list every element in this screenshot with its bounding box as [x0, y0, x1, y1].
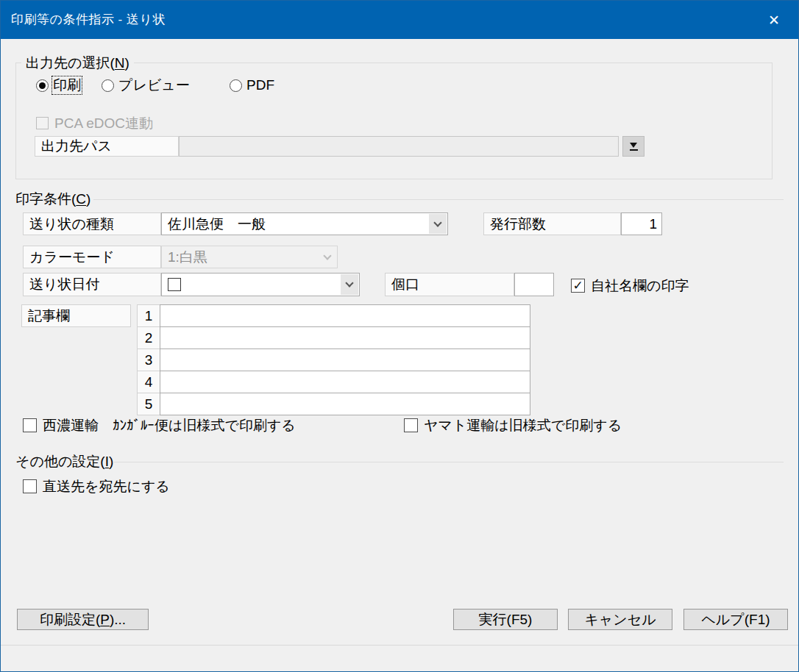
edoc-checkbox: PCA eDOC連動	[36, 115, 153, 132]
close-icon: ✕	[768, 13, 780, 27]
package-count-input[interactable]	[514, 273, 554, 296]
copies-label: 発行部数	[483, 212, 621, 235]
output-path-label-text: 出力先パス	[41, 137, 112, 156]
checkbox-unchecked-icon	[36, 117, 49, 129]
copies-input[interactable]: 1	[621, 212, 662, 235]
cancel-button[interactable]: キャンセル	[568, 609, 672, 630]
note-row-number: 3	[137, 348, 160, 371]
radio-pdf[interactable]: PDF	[230, 76, 274, 94]
help-button[interactable]: ヘルプ(F1)	[683, 609, 788, 630]
invoice-date-picker[interactable]	[161, 273, 360, 296]
copies-value: 1	[649, 216, 657, 232]
note-input-5[interactable]	[160, 393, 530, 415]
down-triangle-icon	[630, 143, 637, 148]
other-settings-header: その他の設定(I)	[15, 454, 113, 470]
color-mode-value: 1:白黒	[168, 248, 207, 267]
other-settings-rule	[113, 462, 784, 462]
print-conditions-header-close: )	[86, 191, 90, 207]
note-number-text: 4	[145, 374, 153, 390]
checkbox-unchecked-icon	[404, 418, 418, 432]
package-count-label: 個口	[385, 273, 514, 296]
company-name-checkbox[interactable]: ✓ 自社名欄の印字	[571, 277, 689, 294]
close-button[interactable]: ✕	[750, 1, 798, 39]
radio-unselected-icon	[230, 79, 242, 92]
invoice-type-label-text: 送り状の種類	[29, 215, 114, 234]
footer-divider	[1, 645, 798, 646]
print-conditions-header-text: 印字条件(	[15, 191, 76, 207]
invoice-date-label-text: 送り状日付	[29, 275, 99, 294]
execute-button-label: 実行(F5)	[479, 610, 533, 629]
company-name-checkbox-label: 自社名欄の印字	[591, 277, 689, 294]
note-row-number: 1	[137, 304, 160, 327]
edoc-checkbox-label: PCA eDOC連動	[54, 115, 153, 132]
note-row-number: 5	[137, 393, 160, 415]
cancel-button-label: キャンセル	[584, 610, 656, 629]
notes-label: 記事欄	[21, 304, 131, 327]
execute-button[interactable]: 実行(F5)	[453, 609, 558, 630]
direct-destination-checkbox-label: 直送先を宛先にする	[43, 478, 170, 495]
yamato-checkbox[interactable]: ヤマト運輸は旧様式で印刷する	[404, 417, 622, 434]
output-group-mnemonic: N	[115, 55, 125, 71]
titlebar: 印刷等の条件指示 - 送り状 ✕	[1, 1, 798, 39]
chevron-down-icon	[429, 214, 447, 234]
radio-preview[interactable]: プレビュー	[102, 76, 190, 94]
invoice-type-label: 送り状の種類	[23, 212, 161, 235]
copies-label-text: 発行部数	[490, 215, 546, 234]
other-settings-header-text: その他の設定(	[15, 454, 105, 469]
browse-path-button[interactable]	[622, 136, 644, 157]
package-count-label-text: 個口	[391, 275, 419, 294]
print-settings-button-suffix: )...	[110, 612, 126, 628]
print-conditions-mnemonic: C	[76, 191, 86, 207]
underline-bar-icon	[630, 149, 638, 151]
window-title: 印刷等の条件指示 - 送り状	[11, 1, 166, 39]
chevron-down-icon	[319, 247, 336, 267]
invoice-date-label: 送り状日付	[23, 273, 161, 296]
print-settings-button-text: 印刷設定(	[40, 610, 100, 629]
note-input-1[interactable]	[160, 304, 530, 327]
yamato-checkbox-label: ヤマト運輸は旧様式で印刷する	[424, 417, 622, 434]
print-conditions-rule	[93, 199, 784, 200]
output-path-label: 出力先パス	[35, 136, 179, 157]
color-mode-label-text: カラーモード	[29, 248, 115, 267]
seino-checkbox-label: 西濃運輸 ｶﾝｶﾞﾙｰ便は旧様式で印刷する	[43, 417, 296, 434]
radio-pdf-label: PDF	[246, 77, 274, 93]
color-mode-label: カラーモード	[23, 246, 161, 268]
radio-print[interactable]: 印刷	[36, 76, 81, 94]
output-group-label-text: 出力先の選択(	[26, 55, 115, 71]
notes-label-text: 記事欄	[28, 307, 70, 326]
help-button-label: ヘルプ(F1)	[701, 610, 770, 629]
output-group-label: 出力先の選択(N)	[21, 55, 134, 71]
radio-selected-icon	[36, 79, 49, 92]
check-icon: ✓	[572, 279, 583, 292]
invoice-type-value: 佐川急便 一般	[168, 215, 266, 234]
checkbox-unchecked-icon	[23, 418, 37, 432]
note-number-text: 2	[145, 330, 153, 346]
chevron-down-icon	[341, 274, 358, 295]
note-number-text: 5	[145, 396, 153, 412]
note-row-number: 4	[137, 371, 160, 393]
direct-destination-checkbox[interactable]: 直送先を宛先にする	[23, 478, 170, 495]
print-settings-mnemonic: P	[100, 612, 110, 628]
note-row-number: 2	[137, 326, 160, 349]
output-group-label-close: )	[125, 55, 129, 71]
note-number-text: 3	[145, 352, 153, 368]
print-settings-button[interactable]: 印刷設定(P)...	[17, 609, 149, 630]
radio-preview-label: プレビュー	[118, 77, 190, 93]
print-conditions-header: 印字条件(C)	[15, 191, 90, 207]
note-number-text: 1	[145, 308, 153, 324]
checkbox-unchecked-icon	[23, 479, 37, 493]
radio-print-label: 印刷	[53, 77, 81, 93]
note-input-3[interactable]	[160, 348, 530, 371]
color-mode-select: 1:白黒	[161, 246, 338, 268]
print-condition-dialog: 印刷等の条件指示 - 送り状 ✕ 出力先の選択(N) 印刷 プレビュー PDF …	[0, 0, 799, 672]
note-input-4[interactable]	[160, 371, 530, 393]
output-path-input	[179, 136, 619, 157]
radio-unselected-icon	[102, 79, 114, 92]
date-enable-checkbox[interactable]	[168, 278, 181, 291]
invoice-type-select[interactable]: 佐川急便 一般	[161, 212, 448, 235]
note-input-2[interactable]	[160, 326, 530, 349]
seino-checkbox[interactable]: 西濃運輸 ｶﾝｶﾞﾙｰ便は旧様式で印刷する	[23, 417, 296, 434]
checkbox-checked-icon: ✓	[571, 279, 585, 293]
